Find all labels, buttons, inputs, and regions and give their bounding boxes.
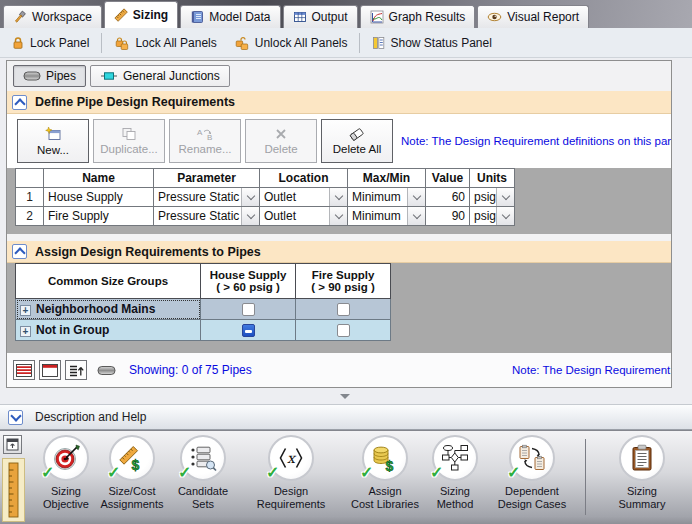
expand-all-groups-button[interactable] xyxy=(13,360,35,380)
lock-all-label: Lock All Panels xyxy=(135,36,216,50)
description-help-bar[interactable]: Description and Help xyxy=(0,404,692,430)
value-cell[interactable]: 60 xyxy=(426,188,470,207)
vertical-ruler-icon xyxy=(8,462,19,518)
tab-workspace[interactable]: Workspace xyxy=(3,5,102,28)
toolbar-separator xyxy=(101,33,102,53)
check-icon: ✓ xyxy=(507,463,520,482)
check-icon: ✓ xyxy=(266,463,279,482)
sort-up-icon xyxy=(68,364,84,377)
parameter-header: Parameter xyxy=(154,169,260,188)
delete-all-button[interactable]: Delete All xyxy=(321,119,393,163)
tab-sizing[interactable]: Sizing xyxy=(104,1,178,28)
maxmin-cell[interactable]: Minimum xyxy=(348,207,426,226)
tab-label: Workspace xyxy=(32,10,92,24)
chevron-down-icon xyxy=(412,211,420,219)
group-row: +Neighborhood Mains xyxy=(16,299,391,320)
dropdown-button[interactable] xyxy=(407,207,425,225)
ruler-dollar-icon: $ ✓ xyxy=(109,435,155,481)
subtab-general-junctions[interactable]: General Junctions xyxy=(90,65,230,87)
graph-icon xyxy=(370,10,384,24)
collapse-section-button[interactable] xyxy=(12,95,27,110)
sort-button[interactable] xyxy=(65,360,87,380)
hammer-wrench-icon xyxy=(13,10,27,24)
expand-description-button[interactable] xyxy=(8,410,23,425)
app-window: Workspace Sizing Model Data Output Graph… xyxy=(0,0,692,524)
nav-design-requirements[interactable]: x ✓ DesignRequirements xyxy=(245,435,337,521)
checkbox[interactable] xyxy=(242,324,255,337)
tab-output[interactable]: Output xyxy=(283,5,358,28)
tab-model-data[interactable]: Model Data xyxy=(180,5,280,28)
dropdown-button[interactable] xyxy=(329,207,347,225)
new-button[interactable]: New... xyxy=(17,119,89,163)
delete-button[interactable]: Delete xyxy=(245,119,317,163)
dropdown-button[interactable] xyxy=(241,188,259,206)
define-requirements-header: Define Pipe Design Requirements xyxy=(7,91,671,114)
dropdown-button[interactable] xyxy=(241,207,259,225)
duplicate-button[interactable]: Duplicate... xyxy=(93,119,165,163)
check-icon: ✓ xyxy=(430,463,443,482)
checkbox-cell[interactable] xyxy=(296,320,391,341)
subtab-label: Pipes xyxy=(46,69,76,83)
nav-candidate-sets[interactable]: ✓ CandidateSets xyxy=(157,435,249,521)
group-label-cell[interactable]: +Neighborhood Mains xyxy=(16,299,201,320)
coins-dollar-icon: $ ✓ xyxy=(362,435,408,481)
row-number-header xyxy=(16,169,44,188)
location-cell[interactable]: Outlet xyxy=(260,188,348,207)
maxmin-cell[interactable]: Minimum xyxy=(348,188,426,207)
dropdown-button[interactable] xyxy=(496,207,514,225)
lock-panel-label: Lock Panel xyxy=(30,36,89,50)
tab-label: Sizing xyxy=(133,8,168,22)
value-cell[interactable]: 90 xyxy=(426,207,470,226)
show-status-panel-button[interactable]: Show Status Panel xyxy=(367,34,496,52)
checkbox-cell[interactable] xyxy=(296,299,391,320)
expand-icon[interactable]: + xyxy=(20,305,31,316)
collapse-section-button[interactable] xyxy=(12,244,27,259)
chevron-down-icon xyxy=(334,211,342,219)
panel-splitter[interactable] xyxy=(0,388,692,404)
group-label: Not in Group xyxy=(36,323,109,337)
group-label-cell[interactable]: +Not in Group xyxy=(16,320,201,341)
tab-visual-report[interactable]: Visual Report xyxy=(477,5,589,28)
checkbox-cell[interactable] xyxy=(201,299,296,320)
panel-restore-icon xyxy=(6,438,19,451)
name-cell[interactable]: House Supply xyxy=(44,188,154,207)
checkbox-cell[interactable] xyxy=(201,320,296,341)
units-cell[interactable]: psig xyxy=(470,188,515,207)
size-groups-header: Common Size Groups xyxy=(16,264,201,299)
group-label: Neighborhood Mains xyxy=(36,302,155,316)
tab-graph-results[interactable]: Graph Results xyxy=(360,5,476,28)
table-icon xyxy=(293,10,307,24)
parameter-cell[interactable]: Pressure Static xyxy=(154,207,260,226)
lock-all-panels-button[interactable]: Lock All Panels xyxy=(109,34,221,52)
flowchart-icon: ✓ xyxy=(432,435,478,481)
lock-panel-button[interactable]: Lock Panel xyxy=(6,34,94,52)
units-header: Units xyxy=(470,169,515,188)
dropdown-button[interactable] xyxy=(496,188,514,206)
checkbox[interactable] xyxy=(337,303,350,316)
checkbox[interactable] xyxy=(242,303,255,316)
section-divider xyxy=(7,234,671,241)
dropdown-button[interactable] xyxy=(407,188,425,206)
tab-label: Visual Report xyxy=(507,10,579,24)
unlock-all-icon xyxy=(234,36,250,50)
name-cell[interactable]: Fire Supply xyxy=(44,207,154,226)
units-cell[interactable]: psig xyxy=(470,207,515,226)
parameter-cell[interactable]: Pressure Static xyxy=(154,188,260,207)
junction-icon xyxy=(100,71,118,81)
expand-icon[interactable]: + xyxy=(20,326,31,337)
subtab-pipes[interactable]: Pipes xyxy=(13,65,86,87)
delete-button-label: Delete xyxy=(264,143,297,155)
dropdown-button[interactable] xyxy=(329,188,347,206)
rename-button[interactable]: AB Rename... xyxy=(169,119,241,163)
chevron-up-icon xyxy=(14,98,25,109)
chevron-down-icon xyxy=(246,192,254,200)
nav-dependent-design-cases[interactable]: ✓ DependentDesign Cases xyxy=(486,435,578,521)
location-cell[interactable]: Outlet xyxy=(260,207,348,226)
nav-sizing-summary[interactable]: SizingSummary xyxy=(596,435,688,521)
subtab-label: General Junctions xyxy=(123,69,220,83)
checkbox[interactable] xyxy=(337,324,350,337)
unlock-all-panels-button[interactable]: Unlock All Panels xyxy=(229,34,353,52)
value-header: Value xyxy=(426,169,470,188)
name-header: Name xyxy=(44,169,154,188)
collapse-all-groups-button[interactable] xyxy=(39,360,61,380)
